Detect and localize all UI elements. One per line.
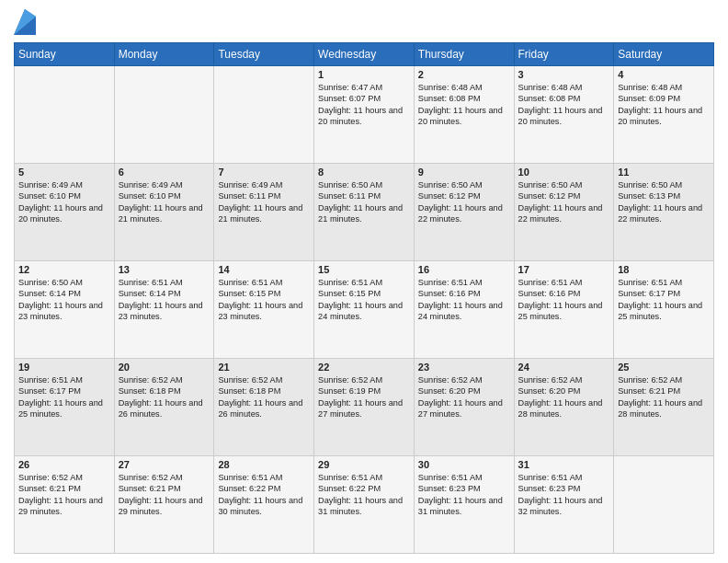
day-cell-15: 15Sunrise: 6:51 AM Sunset: 6:15 PM Dayli… [314,261,415,359]
weekday-header-tuesday: Tuesday [214,43,314,66]
weekday-header-wednesday: Wednesday [314,43,415,66]
day-cell-29: 29Sunrise: 6:51 AM Sunset: 6:22 PM Dayli… [314,456,415,554]
day-number: 6 [119,167,210,178]
day-info: Sunrise: 6:52 AM Sunset: 6:19 PM Dayligh… [318,374,410,420]
day-info: Sunrise: 6:50 AM Sunset: 6:11 PM Dayligh… [318,179,410,225]
day-number: 11 [618,167,710,178]
day-cell-20: 20Sunrise: 6:52 AM Sunset: 6:18 PM Dayli… [114,359,214,456]
day-cell-6: 6Sunrise: 6:49 AM Sunset: 6:10 PM Daylig… [114,164,214,261]
week-row-3: 19Sunrise: 6:51 AM Sunset: 6:17 PM Dayli… [15,359,714,456]
day-cell-25: 25Sunrise: 6:52 AM Sunset: 6:21 PM Dayli… [614,359,714,456]
day-cell-4: 4Sunrise: 6:48 AM Sunset: 6:09 PM Daylig… [614,66,714,164]
day-info: Sunrise: 6:47 AM Sunset: 6:07 PM Dayligh… [318,82,410,128]
day-number: 27 [119,459,210,470]
day-number: 12 [18,264,110,275]
day-number: 26 [18,459,110,470]
day-number: 19 [18,362,110,373]
day-cell-17: 17Sunrise: 6:51 AM Sunset: 6:16 PM Dayli… [514,261,614,359]
day-info: Sunrise: 6:51 AM Sunset: 6:14 PM Dayligh… [119,277,210,323]
day-number: 24 [518,362,610,373]
day-info: Sunrise: 6:52 AM Sunset: 6:21 PM Dayligh… [119,472,210,518]
day-info: Sunrise: 6:51 AM Sunset: 6:23 PM Dayligh… [418,472,510,518]
day-cell-10: 10Sunrise: 6:50 AM Sunset: 6:12 PM Dayli… [514,164,614,261]
day-info: Sunrise: 6:50 AM Sunset: 6:14 PM Dayligh… [18,277,110,323]
day-cell-12: 12Sunrise: 6:50 AM Sunset: 6:14 PM Dayli… [15,261,115,359]
empty-cell [214,66,314,164]
weekday-header-monday: Monday [114,43,214,66]
day-cell-16: 16Sunrise: 6:51 AM Sunset: 6:16 PM Dayli… [414,261,514,359]
week-row-4: 26Sunrise: 6:52 AM Sunset: 6:21 PM Dayli… [15,456,714,554]
day-number: 22 [318,362,410,373]
day-number: 14 [218,264,310,275]
day-number: 31 [518,459,610,470]
day-number: 15 [318,264,410,275]
day-cell-28: 28Sunrise: 6:51 AM Sunset: 6:22 PM Dayli… [214,456,314,554]
day-number: 1 [318,69,410,80]
week-row-0: 1Sunrise: 6:47 AM Sunset: 6:07 PM Daylig… [15,66,714,164]
day-cell-8: 8Sunrise: 6:50 AM Sunset: 6:11 PM Daylig… [314,164,415,261]
day-number: 21 [218,362,310,373]
day-info: Sunrise: 6:49 AM Sunset: 6:10 PM Dayligh… [18,179,110,225]
day-number: 4 [618,69,710,80]
day-number: 25 [618,362,710,373]
weekday-header-row: SundayMondayTuesdayWednesdayThursdayFrid… [15,43,714,66]
day-info: Sunrise: 6:51 AM Sunset: 6:15 PM Dayligh… [318,277,410,323]
day-info: Sunrise: 6:51 AM Sunset: 6:22 PM Dayligh… [318,472,410,518]
day-info: Sunrise: 6:51 AM Sunset: 6:16 PM Dayligh… [518,277,610,323]
empty-cell [114,66,214,164]
page: SundayMondayTuesdayWednesdayThursdayFrid… [0,0,728,563]
day-info: Sunrise: 6:48 AM Sunset: 6:08 PM Dayligh… [518,82,610,128]
day-info: Sunrise: 6:49 AM Sunset: 6:11 PM Dayligh… [218,179,310,225]
day-info: Sunrise: 6:48 AM Sunset: 6:08 PM Dayligh… [418,82,510,128]
day-info: Sunrise: 6:51 AM Sunset: 6:17 PM Dayligh… [618,277,710,323]
day-number: 23 [418,362,510,373]
day-number: 16 [418,264,510,275]
day-cell-19: 19Sunrise: 6:51 AM Sunset: 6:17 PM Dayli… [15,359,115,456]
day-info: Sunrise: 6:50 AM Sunset: 6:12 PM Dayligh… [418,179,510,225]
empty-cell [15,66,115,164]
day-cell-5: 5Sunrise: 6:49 AM Sunset: 6:10 PM Daylig… [15,164,115,261]
day-number: 8 [318,167,410,178]
day-info: Sunrise: 6:52 AM Sunset: 6:21 PM Dayligh… [18,472,110,518]
day-number: 29 [318,459,410,470]
day-number: 18 [618,264,710,275]
calendar-table: SundayMondayTuesdayWednesdayThursdayFrid… [14,42,714,554]
week-row-2: 12Sunrise: 6:50 AM Sunset: 6:14 PM Dayli… [15,261,714,359]
day-cell-30: 30Sunrise: 6:51 AM Sunset: 6:23 PM Dayli… [414,456,514,554]
day-cell-21: 21Sunrise: 6:52 AM Sunset: 6:18 PM Dayli… [214,359,314,456]
day-cell-18: 18Sunrise: 6:51 AM Sunset: 6:17 PM Dayli… [614,261,714,359]
day-cell-13: 13Sunrise: 6:51 AM Sunset: 6:14 PM Dayli… [114,261,214,359]
day-info: Sunrise: 6:51 AM Sunset: 6:23 PM Dayligh… [518,472,610,518]
day-cell-14: 14Sunrise: 6:51 AM Sunset: 6:15 PM Dayli… [214,261,314,359]
day-info: Sunrise: 6:48 AM Sunset: 6:09 PM Dayligh… [618,82,710,128]
day-cell-2: 2Sunrise: 6:48 AM Sunset: 6:08 PM Daylig… [414,66,514,164]
day-cell-31: 31Sunrise: 6:51 AM Sunset: 6:23 PM Dayli… [514,456,614,554]
header [14,9,714,35]
day-info: Sunrise: 6:51 AM Sunset: 6:15 PM Dayligh… [218,277,310,323]
logo [14,9,38,35]
weekday-header-sunday: Sunday [15,43,115,66]
day-cell-24: 24Sunrise: 6:52 AM Sunset: 6:20 PM Dayli… [514,359,614,456]
day-info: Sunrise: 6:52 AM Sunset: 6:18 PM Dayligh… [119,374,210,420]
day-cell-1: 1Sunrise: 6:47 AM Sunset: 6:07 PM Daylig… [314,66,415,164]
empty-cell [614,456,714,554]
day-info: Sunrise: 6:51 AM Sunset: 6:16 PM Dayligh… [418,277,510,323]
day-info: Sunrise: 6:51 AM Sunset: 6:22 PM Dayligh… [218,472,310,518]
day-info: Sunrise: 6:51 AM Sunset: 6:17 PM Dayligh… [18,374,110,420]
day-number: 5 [18,167,110,178]
day-info: Sunrise: 6:49 AM Sunset: 6:10 PM Dayligh… [119,179,210,225]
day-cell-11: 11Sunrise: 6:50 AM Sunset: 6:13 PM Dayli… [614,164,714,261]
day-number: 7 [218,167,310,178]
day-number: 30 [418,459,510,470]
day-cell-23: 23Sunrise: 6:52 AM Sunset: 6:20 PM Dayli… [414,359,514,456]
day-cell-3: 3Sunrise: 6:48 AM Sunset: 6:08 PM Daylig… [514,66,614,164]
weekday-header-friday: Friday [514,43,614,66]
day-cell-9: 9Sunrise: 6:50 AM Sunset: 6:12 PM Daylig… [414,164,514,261]
day-number: 20 [119,362,210,373]
day-info: Sunrise: 6:52 AM Sunset: 6:20 PM Dayligh… [518,374,610,420]
day-cell-27: 27Sunrise: 6:52 AM Sunset: 6:21 PM Dayli… [114,456,214,554]
day-info: Sunrise: 6:50 AM Sunset: 6:12 PM Dayligh… [518,179,610,225]
day-number: 28 [218,459,310,470]
week-row-1: 5Sunrise: 6:49 AM Sunset: 6:10 PM Daylig… [15,164,714,261]
weekday-header-thursday: Thursday [414,43,514,66]
